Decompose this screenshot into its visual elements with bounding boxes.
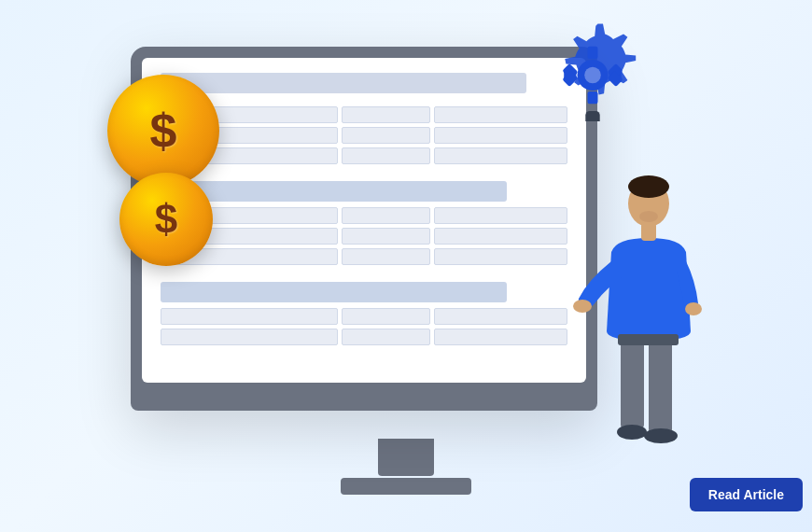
svg-rect-2 bbox=[588, 47, 598, 59]
table-cell bbox=[434, 308, 567, 325]
monitor-base bbox=[341, 478, 471, 495]
svg-rect-14 bbox=[641, 222, 656, 241]
table-cell bbox=[342, 248, 431, 265]
table-cell bbox=[434, 248, 567, 265]
screen-header-row bbox=[161, 73, 526, 93]
svg-point-16 bbox=[685, 302, 702, 315]
gear-icon bbox=[541, 19, 644, 121]
screen-section-3 bbox=[161, 282, 567, 345]
svg-rect-3 bbox=[588, 91, 598, 104]
table-cell bbox=[342, 308, 431, 325]
table-cell bbox=[434, 329, 567, 345]
table-row bbox=[161, 308, 567, 325]
svg-point-20 bbox=[617, 425, 647, 440]
svg-rect-19 bbox=[618, 334, 679, 345]
person-figure bbox=[560, 168, 709, 467]
svg-point-13 bbox=[639, 211, 658, 222]
table-cell bbox=[161, 329, 338, 345]
table-cell bbox=[342, 147, 431, 164]
table-cell bbox=[342, 127, 431, 144]
section-header bbox=[161, 282, 507, 302]
table-cell bbox=[434, 207, 567, 224]
section-header bbox=[161, 181, 507, 202]
coin-medium bbox=[119, 173, 213, 266]
table-row bbox=[161, 248, 567, 265]
table-row bbox=[161, 106, 567, 123]
table-cell bbox=[434, 228, 567, 245]
coin-large bbox=[107, 75, 219, 187]
table-row bbox=[161, 147, 567, 164]
table-row bbox=[161, 207, 567, 224]
svg-point-12 bbox=[628, 175, 669, 198]
table-cell bbox=[434, 147, 567, 164]
table-cell bbox=[434, 127, 567, 144]
table-row bbox=[161, 127, 567, 144]
svg-rect-17 bbox=[621, 336, 644, 429]
svg-rect-18 bbox=[649, 336, 672, 434]
screen-table-1 bbox=[161, 106, 567, 164]
table-cell bbox=[342, 329, 431, 345]
screen-table-2 bbox=[161, 207, 567, 265]
svg-rect-10 bbox=[585, 111, 599, 121]
table-cell bbox=[342, 106, 431, 123]
svg-point-15 bbox=[573, 300, 592, 313]
monitor-stand bbox=[378, 439, 434, 476]
table-cell bbox=[161, 308, 338, 325]
table-row bbox=[161, 329, 567, 345]
screen-table-3 bbox=[161, 308, 567, 345]
table-row bbox=[161, 228, 567, 245]
svg-point-1 bbox=[584, 67, 601, 84]
screen-section-2 bbox=[161, 181, 567, 265]
svg-point-21 bbox=[644, 428, 678, 443]
table-cell bbox=[342, 228, 431, 245]
table-cell bbox=[342, 207, 431, 224]
scene: Read Article bbox=[0, 0, 812, 532]
read-article-button[interactable]: Read Article bbox=[690, 478, 803, 511]
